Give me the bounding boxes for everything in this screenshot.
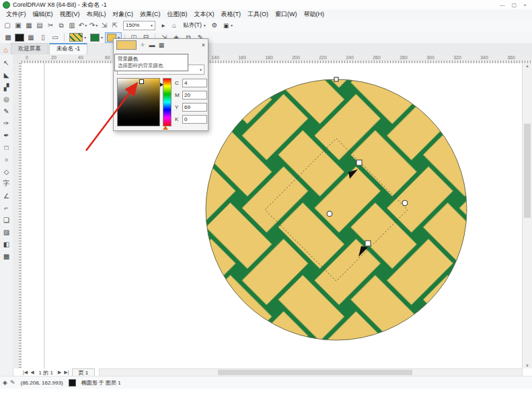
hue-marker-icon[interactable] [160, 83, 163, 87]
export-icon[interactable]: ⇱ [110, 20, 120, 30]
foreground-color-picker[interactable]: ▾ [89, 33, 104, 42]
scroll-down-icon[interactable]: ▼ [523, 364, 532, 368]
ruler-origin-corner[interactable] [13, 54, 22, 64]
smart-fill-tool[interactable]: ▩ [1, 251, 11, 261]
pattern-skew-handle[interactable] [365, 241, 371, 246]
copy-icon[interactable]: ⧉ [56, 20, 67, 30]
menu-item-7[interactable]: 文本(X) [191, 10, 218, 19]
menu-item-11[interactable]: 帮助(H) [301, 10, 328, 19]
menu-item-10[interactable]: 窗口(W) [272, 10, 301, 19]
fill-color-black[interactable] [15, 34, 24, 42]
menu-item-4[interactable]: 对象(C) [110, 10, 137, 19]
close-button[interactable]: × [523, 2, 527, 8]
dimension-tool[interactable]: ∠ [1, 191, 11, 200]
next-page-button[interactable]: ▶ [56, 370, 63, 375]
document-tab-0[interactable]: 欢迎屏幕 [11, 43, 48, 54]
menu-item-2[interactable]: 视图(V) [56, 10, 83, 19]
window-title: CorelDRAW X8 (64-Bit) - 未命名 -1 [13, 1, 107, 9]
horizontal-scrollbar-thumb[interactable] [218, 370, 412, 375]
cmyk-input-K[interactable]: 0 [182, 115, 207, 124]
menu-item-3[interactable]: 布局(L) [83, 10, 110, 19]
cmyk-input-Y[interactable]: 69 [182, 103, 207, 112]
save-document-icon[interactable]: ▦ [24, 20, 34, 30]
new-document-icon[interactable]: ▢ [2, 20, 13, 30]
application-launcher-icon[interactable]: ▸ [158, 20, 169, 30]
close-icon[interactable]: × [202, 42, 205, 48]
palette-grid-icon[interactable]: ▦ [157, 41, 165, 49]
connector-tool[interactable]: ⌐ [1, 203, 11, 212]
toolbox: ↖◣▞◎✎✑✒□○◇字∠⌐❏▨◧▩ [0, 54, 13, 376]
page-portrait-icon[interactable]: ▯ [38, 32, 48, 42]
ellipse-node[interactable] [334, 77, 338, 81]
menu-item-8[interactable]: 表格(T) [218, 10, 245, 19]
drawing-canvas[interactable] [22, 63, 523, 368]
pattern-picker[interactable]: ▾ [68, 32, 87, 42]
color-slider-icon[interactable]: ▬ [148, 41, 156, 49]
rectangle-tool[interactable]: □ [1, 143, 11, 152]
zoom-level-combo[interactable]: 150% ▾ [123, 21, 155, 30]
pattern-library-icon[interactable]: ▦ [26, 32, 36, 42]
cursor-status-icon[interactable]: ◈ [3, 379, 7, 386]
paste-icon[interactable]: ▥ [67, 20, 77, 30]
prev-page-button[interactable]: ◀ [29, 370, 35, 375]
ellipse-tool[interactable]: ○ [1, 155, 11, 164]
interactive-fill-tool[interactable]: ◧ [1, 239, 11, 249]
status-bar: ◈✎ (86.208, 162.993) 椭圆形 于 图层 1 [0, 376, 532, 389]
drop-shadow-tool[interactable]: ❏ [1, 215, 11, 225]
page-landscape-icon[interactable]: ▭ [50, 32, 61, 42]
uniform-fill-icon[interactable]: ▩ [3, 32, 13, 42]
import-icon[interactable]: ⇲ [99, 20, 110, 30]
options-dropdown[interactable]: ▣ ▾ [221, 22, 235, 29]
cmyk-input-C[interactable]: 4 [182, 79, 207, 87]
current-color-swatch[interactable] [116, 40, 137, 50]
home-icon[interactable]: ⌂ [3, 46, 8, 54]
menu-item-6[interactable]: 位图(B) [164, 10, 191, 19]
welcome-screen-icon[interactable]: ⌂ [169, 20, 180, 30]
vertical-scrollbar[interactable]: ▲ ▼ [522, 63, 532, 368]
vertical-scrollbar-thumb[interactable] [524, 124, 531, 218]
color-field-marker[interactable] [139, 79, 144, 84]
freehand-tool[interactable]: ✎ [1, 106, 11, 116]
undo-icon[interactable]: ↶▾ [77, 20, 88, 30]
cmyk-input-M[interactable]: 20 [182, 91, 207, 99]
shape-tool[interactable]: ◣ [1, 70, 11, 79]
last-page-button[interactable]: ▶| [63, 370, 70, 375]
snap-button[interactable]: 贴齐(T) ▾ [180, 22, 208, 30]
ellipse-object[interactable] [206, 79, 467, 340]
pen-tool[interactable]: ✒ [1, 130, 11, 140]
vertical-ruler[interactable] [13, 63, 22, 368]
document-tab-1[interactable]: 未命名 -1 [49, 43, 87, 54]
open-document-icon[interactable]: ▣ [13, 20, 24, 30]
menu-item-1[interactable]: 编辑(E) [30, 10, 56, 19]
zoom-tool[interactable]: ◎ [1, 94, 11, 104]
menu-item-5[interactable]: 效果(C) [137, 10, 164, 19]
hue-strip[interactable] [163, 78, 172, 126]
artistic-media-tool[interactable]: ✑ [1, 118, 11, 128]
edit-status-icon[interactable]: ✎ [10, 379, 15, 386]
redo-icon[interactable]: ↷▾ [88, 20, 99, 30]
standard-toolbar: ▢▣▦▤✂⧉▥↶▾↷▾⇲⇱ 150% ▾ ▸⌂ 贴齐(T) ▾ ⚙ ▣ ▾ [0, 19, 532, 32]
eyedropper-icon[interactable]: ✧ [139, 41, 147, 49]
cmyk-row-K: K0 [175, 115, 207, 124]
pattern-rotate-handle[interactable] [402, 200, 408, 206]
menu-item-0[interactable]: 文件(F) [3, 10, 30, 19]
first-page-button[interactable]: |◀ [22, 370, 29, 375]
pattern-scale-handle[interactable] [356, 160, 362, 165]
minimize-button[interactable]: — [500, 2, 505, 8]
cursor-coordinates: (86.208, 162.993) [20, 380, 63, 386]
ruler-label: 220 [319, 55, 327, 60]
print-document-icon[interactable]: ▤ [34, 20, 45, 30]
scroll-up-icon[interactable]: ▲ [523, 64, 532, 68]
pick-tool[interactable]: ↖ [1, 58, 11, 67]
cut-icon[interactable]: ✂ [45, 20, 56, 30]
transparency-tool[interactable]: ▨ [1, 227, 11, 237]
saturation-brightness-field[interactable] [117, 78, 160, 126]
horizontal-ruler[interactable]: 0204060801001201401601802002202402602803… [22, 54, 532, 64]
crop-tool[interactable]: ▞ [1, 82, 11, 91]
gear-icon[interactable]: ⚙ [209, 20, 220, 30]
text-tool[interactable]: 字 [1, 179, 11, 188]
pattern-center-handle[interactable] [327, 211, 332, 216]
menu-item-9[interactable]: 工具(O) [244, 10, 272, 19]
polygon-tool[interactable]: ◇ [1, 167, 11, 176]
maximize-button[interactable]: ▢ [512, 2, 517, 8]
